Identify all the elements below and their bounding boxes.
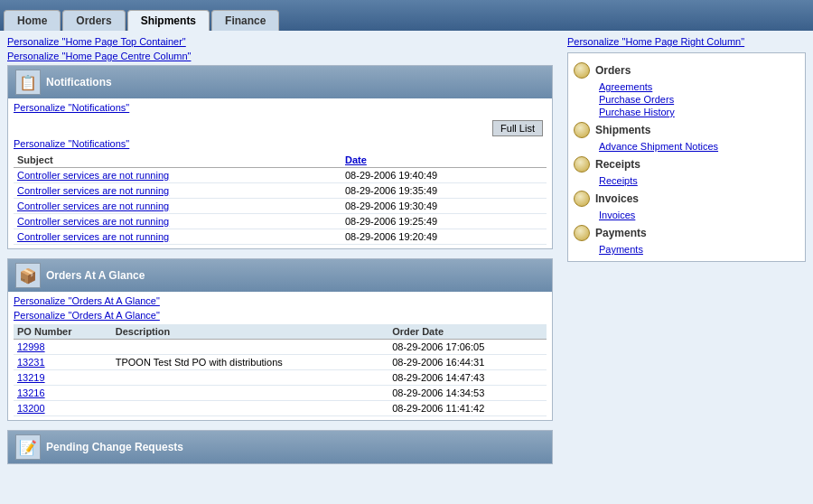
notif-subject-link[interactable]: Controller services are not running	[17, 170, 169, 181]
nav-section-label: Shipments	[595, 124, 650, 136]
notif-date-cell: 08-29-2006 19:35:49	[341, 183, 547, 199]
nav-section-label: Payments	[595, 227, 647, 239]
nav-subitem: Advance Shipment Notices	[574, 140, 799, 153]
nav-subitem: Purchase History	[574, 106, 799, 118]
notif-subject-cell: Controller services are not running	[14, 168, 341, 183]
nav-circle-icon	[574, 122, 590, 138]
personalize-notifications-link2[interactable]: Personalize "Notifications"	[14, 138, 547, 149]
nav-subitem-link[interactable]: Advance Shipment Notices	[599, 141, 718, 152]
orders-glance-icon: 📦	[15, 263, 41, 288]
notif-subject-link[interactable]: Controller services are not running	[17, 216, 169, 227]
nav-section-group: Receipts Receipts	[574, 156, 799, 187]
pending-header: 📝 Pending Change Requests	[8, 431, 552, 463]
nav-subitem-link[interactable]: Purchase Orders	[599, 94, 674, 105]
tab-orders[interactable]: Orders	[62, 10, 125, 31]
order-desc-cell	[112, 386, 388, 401]
table-row: 13216 08-29-2006 14:34:53	[14, 386, 547, 401]
orders-glance-title: Orders At A Glance	[46, 269, 145, 282]
nav-subitem-link[interactable]: Invoices	[599, 210, 635, 220]
nav-section-group: Invoices Invoices	[574, 191, 799, 221]
nav-subitem-link[interactable]: Purchase History	[599, 107, 675, 117]
centre-column: Personalize "Home Page Top Container" Pe…	[0, 31, 560, 504]
notifications-table: Subject Date Controller services are not…	[14, 153, 547, 245]
nav-section-group: Payments Payments	[574, 225, 799, 256]
orders-table: PO Number Description Order Date 12998 0…	[14, 324, 547, 416]
order-desc-cell	[112, 340, 388, 355]
notif-subject-header: Subject	[14, 153, 341, 168]
table-row: Controller services are not running 08-2…	[14, 229, 547, 245]
orders-po-header: PO Number	[14, 324, 112, 340]
pending-section: 📝 Pending Change Requests	[7, 430, 553, 464]
personalize-orders-link1[interactable]: Personalize "Orders At A Glance"	[14, 295, 547, 306]
order-date-cell: 08-29-2006 14:34:53	[388, 386, 547, 401]
main-area: Personalize "Home Page Top Container" Pe…	[0, 31, 813, 504]
notifications-section: 📋 Notifications Personalize "Notificatio…	[7, 65, 553, 249]
order-po-cell: 13216	[14, 386, 112, 401]
notif-subject-link[interactable]: Controller services are not running	[17, 185, 169, 196]
orders-glance-section: 📦 Orders At A Glance Personalize "Orders…	[7, 258, 553, 421]
orders-glance-header: 📦 Orders At A Glance	[8, 259, 552, 292]
notif-date-header[interactable]: Date	[341, 153, 547, 168]
right-column: Personalize "Home Page Right Column" Ord…	[560, 31, 813, 504]
personalize-right-link[interactable]: Personalize "Home Page Right Column"	[567, 36, 806, 47]
pending-icon: 📝	[15, 434, 41, 460]
notifications-body: Personalize "Notifications" Full List Pe…	[8, 98, 552, 248]
tab-finance[interactable]: Finance	[211, 10, 279, 31]
order-date-cell: 08-29-2006 11:41:42	[388, 401, 547, 416]
nav-subitem: Agreements	[574, 80, 799, 93]
order-desc-cell	[112, 401, 388, 416]
order-po-link[interactable]: 13216	[17, 387, 45, 398]
nav-circle-icon	[574, 191, 590, 207]
table-row: 12998 08-29-2006 17:06:05	[14, 340, 547, 355]
notif-date-cell: 08-29-2006 19:30:49	[341, 199, 547, 214]
nav-subitem: Receipts	[574, 174, 799, 187]
table-row: 13219 08-29-2006 14:47:43	[14, 370, 547, 386]
nav-subitem-link[interactable]: Payments	[599, 244, 643, 255]
personalize-centre-link[interactable]: Personalize "Home Page Centre Column"	[7, 51, 553, 61]
notif-subject-cell: Controller services are not running	[14, 183, 341, 199]
order-po-link[interactable]: 13219	[17, 372, 45, 383]
notif-date-cell: 08-29-2006 19:25:49	[341, 214, 547, 229]
tab-home[interactable]: Home	[4, 10, 61, 31]
notif-date-cell: 08-29-2006 19:20:49	[341, 229, 547, 245]
nav-subitem: Purchase Orders	[574, 93, 799, 106]
nav-subitem: Invoices	[574, 209, 799, 221]
tab-shipments[interactable]: Shipments	[127, 10, 210, 31]
order-desc-cell	[112, 370, 388, 386]
nav-subitem-link[interactable]: Agreements	[599, 81, 652, 92]
table-row: 13200 08-29-2006 11:41:42	[14, 401, 547, 416]
order-date-cell: 08-29-2006 14:47:43	[388, 370, 547, 386]
nav-circle-icon	[574, 62, 590, 79]
notif-subject-link[interactable]: Controller services are not running	[17, 201, 169, 211]
notifications-icon: 📋	[15, 70, 41, 95]
table-row: Controller services are not running 08-2…	[14, 199, 547, 214]
nav-section-header: Receipts	[574, 156, 799, 173]
table-row: Controller services are not running 08-2…	[14, 214, 547, 229]
full-list-button[interactable]: Full List	[492, 120, 543, 136]
order-po-link[interactable]: 13200	[17, 403, 45, 414]
pending-title: Pending Change Requests	[46, 441, 183, 453]
nav-section-label: Orders	[595, 64, 631, 77]
order-date-cell: 08-29-2006 16:44:31	[388, 355, 547, 370]
nav-circle-icon	[574, 156, 590, 173]
personalize-orders-link2[interactable]: Personalize "Orders At A Glance"	[14, 310, 547, 321]
personalize-top-link[interactable]: Personalize "Home Page Top Container"	[7, 36, 553, 47]
right-nav-tree: Orders AgreementsPurchase OrdersPurchase…	[574, 62, 799, 256]
notif-subject-cell: Controller services are not running	[14, 199, 341, 214]
nav-section-header: Payments	[574, 225, 799, 241]
nav-subitem-link[interactable]: Receipts	[599, 175, 638, 186]
notifications-header: 📋 Notifications	[8, 66, 552, 98]
nav-section-header: Invoices	[574, 191, 799, 207]
order-desc-cell: TPOON Test Std PO with distributions	[112, 355, 388, 370]
nav-subitem: Payments	[574, 243, 799, 256]
order-po-link[interactable]: 12998	[17, 341, 45, 352]
orders-date-header: Order Date	[388, 324, 547, 340]
notif-subject-cell: Controller services are not running	[14, 229, 341, 245]
nav-section-header: Orders	[574, 62, 799, 79]
nav-section-label: Receipts	[595, 158, 640, 171]
order-po-cell: 13200	[14, 401, 112, 416]
notifications-title: Notifications	[46, 76, 112, 89]
order-po-link[interactable]: 13231	[17, 357, 45, 368]
personalize-notifications-link1[interactable]: Personalize "Notifications"	[14, 102, 547, 113]
notif-subject-link[interactable]: Controller services are not running	[17, 231, 169, 242]
